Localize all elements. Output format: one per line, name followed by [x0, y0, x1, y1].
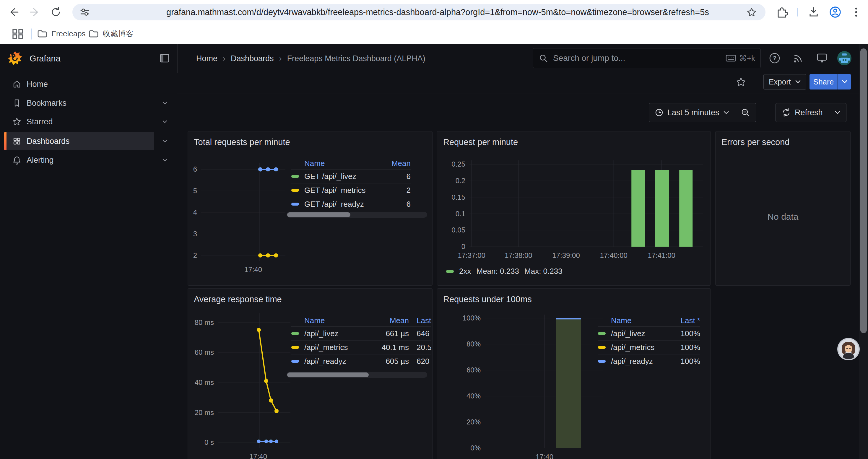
extensions-icon[interactable]	[776, 6, 788, 18]
back-icon[interactable]	[8, 7, 19, 17]
apps-grid-icon[interactable]	[12, 29, 25, 39]
table-header: Name Last *	[598, 315, 700, 326]
sidebar-item-home[interactable]: Home	[4, 75, 154, 93]
series-name[interactable]: /api/_livez	[304, 329, 373, 338]
total-requests-chart[interactable]: 6543217:40	[201, 163, 285, 261]
panel-title[interactable]: Errors per second	[721, 137, 790, 147]
legend-max: Max: 0.233	[524, 267, 562, 276]
under-100ms-chart[interactable]: 100%80%60%40%20%0%17:40	[485, 315, 603, 448]
series-last: 620	[416, 357, 431, 366]
url-bar[interactable]: grafana.mathmast.com/d/deytv4rwavabkb/fr…	[72, 4, 766, 21]
chevron-down-icon[interactable]	[161, 100, 168, 107]
bookmark-label: Freeleaps	[52, 29, 86, 38]
panel-under-100ms[interactable]: Requests under 100ms 100%80%60%40%20%0%1…	[437, 288, 711, 459]
url-text[interactable]: grafana.mathmast.com/d/deytv4rwavabkb/fr…	[166, 4, 802, 21]
sidebar-toggle-icon[interactable]	[159, 54, 169, 63]
forward-icon[interactable]	[30, 7, 40, 17]
grafana-logo[interactable]	[8, 51, 22, 66]
sidebar-label: Starred	[27, 117, 53, 126]
chart-legend[interactable]: 2xx Mean: 0.233 Max: 0.233	[446, 267, 562, 276]
toolbar-separator	[797, 8, 798, 17]
time-range-picker[interactable]: Last 5 minutes	[649, 103, 735, 122]
menu-icon[interactable]	[853, 6, 859, 18]
sidebar-item-dashboards[interactable]: Dashboards	[4, 132, 154, 150]
bookmark-star-icon[interactable]	[747, 7, 756, 17]
series-name[interactable]: /api/_metrics	[611, 343, 668, 352]
profile-icon[interactable]	[829, 6, 841, 18]
series-name[interactable]: /api/_readyz	[304, 357, 373, 366]
col-mean[interactable]: Mean	[384, 159, 411, 168]
chevron-down-icon[interactable]	[161, 138, 168, 145]
series-name[interactable]: /api/_readyz	[611, 357, 668, 366]
toolbar-border	[177, 94, 868, 94]
sidebar-label: Bookmarks	[27, 99, 66, 108]
panel-title[interactable]: Average response time	[194, 294, 282, 304]
legend-scrollbar[interactable]	[286, 212, 427, 218]
col-name[interactable]: Name	[611, 316, 668, 325]
series-name[interactable]: /api/_metrics	[304, 343, 373, 352]
download-icon[interactable]	[808, 6, 819, 18]
refresh-label: Refresh	[795, 108, 823, 117]
series-name[interactable]: GET /api/_metrics	[304, 186, 384, 195]
panel-total-requests[interactable]: Total requests per minute 6543217:40 Nam…	[188, 131, 433, 286]
sidebar-item-alerting[interactable]: Alerting	[4, 151, 154, 169]
user-avatar[interactable]	[837, 51, 851, 65]
legend-series-name[interactable]: 2xx	[459, 267, 471, 276]
table-row[interactable]: GET /api/_metrics 2	[291, 183, 411, 197]
time-range-label: Last 5 minutes	[668, 108, 719, 117]
table-row[interactable]: /api/_readyz 605 µs 620	[291, 354, 431, 368]
page-scrollbar[interactable]	[859, 44, 868, 459]
sidebar-item-bookmarks[interactable]: Bookmarks	[4, 94, 154, 112]
star-dashboard-icon[interactable]	[736, 77, 746, 87]
table-row[interactable]: /api/_metrics 100%	[598, 340, 700, 354]
help-icon[interactable]: ?	[769, 52, 780, 64]
series-name[interactable]: GET /api/_livez	[304, 172, 384, 181]
request-per-minute-chart[interactable]: 0.250.20.150.10.05017:37:0017:38:0017:39…	[469, 160, 703, 247]
panel-errors-per-second[interactable]: Errors per second No data	[715, 131, 850, 286]
chevron-down-icon[interactable]	[161, 118, 168, 125]
share-button[interactable]: Share	[809, 74, 838, 90]
table-row[interactable]: /api/_metrics 40.1 ms 20.5 m	[291, 340, 431, 354]
col-mean[interactable]: Mean	[373, 316, 409, 325]
reload-icon[interactable]	[50, 6, 61, 18]
panel-title[interactable]: Total requests per minute	[194, 137, 290, 147]
table-row[interactable]: /api/_livez 661 µs 646	[291, 326, 431, 340]
col-name[interactable]: Name	[304, 316, 373, 325]
panel-title[interactable]: Request per minute	[443, 137, 518, 147]
avg-response-chart[interactable]: 80 ms60 ms40 ms20 ms0 s17:40	[218, 314, 290, 448]
share-menu-button[interactable]	[838, 74, 851, 90]
breadcrumb-home[interactable]: Home	[196, 54, 217, 63]
series-name[interactable]: /api/_livez	[611, 329, 668, 338]
star-icon	[12, 117, 21, 126]
sidebar-item-starred[interactable]: Starred	[4, 112, 154, 131]
export-button[interactable]: Export	[764, 74, 806, 90]
breadcrumb-dashboards[interactable]: Dashboards	[231, 54, 274, 63]
col-last[interactable]: Last *	[416, 316, 431, 325]
panel-title[interactable]: Requests under 100ms	[443, 294, 532, 304]
bell-icon	[12, 156, 21, 165]
breadcrumb-separator: ›	[274, 54, 287, 63]
col-last[interactable]: Last *	[674, 316, 700, 325]
chevron-down-icon[interactable]	[161, 157, 168, 164]
monitor-icon[interactable]	[816, 52, 828, 64]
search-input[interactable]	[553, 53, 725, 63]
refresh-button[interactable]: Refresh	[776, 103, 829, 122]
panel-request-per-minute[interactable]: Request per minute 0.250.20.150.10.05017…	[437, 131, 711, 286]
rss-icon[interactable]	[793, 52, 804, 64]
series-name[interactable]: GET /api/_readyz	[304, 200, 384, 209]
scrollbar-thumb[interactable]	[860, 48, 867, 333]
table-row[interactable]: GET /api/_readyz 6	[291, 197, 411, 211]
search-box[interactable]: ⌘+k	[533, 48, 761, 68]
bookmark-folder-blogs[interactable]: 收藏博客	[89, 26, 133, 41]
col-name[interactable]: Name	[304, 159, 384, 168]
site-settings-icon[interactable]	[80, 8, 90, 17]
table-row[interactable]: /api/_readyz 100%	[598, 354, 700, 368]
assistant-avatar[interactable]	[837, 338, 860, 360]
bookmark-folder-freeleaps[interactable]: Freeleaps	[37, 26, 86, 41]
zoom-out-button[interactable]	[735, 103, 756, 122]
refresh-interval-button[interactable]	[829, 103, 846, 122]
legend-scrollbar[interactable]	[286, 372, 427, 378]
panel-avg-response-time[interactable]: Average response time 80 ms60 ms40 ms20 …	[188, 288, 433, 459]
table-row[interactable]: /api/_livez 100%	[598, 326, 700, 340]
table-row[interactable]: GET /api/_livez 6	[291, 169, 411, 183]
